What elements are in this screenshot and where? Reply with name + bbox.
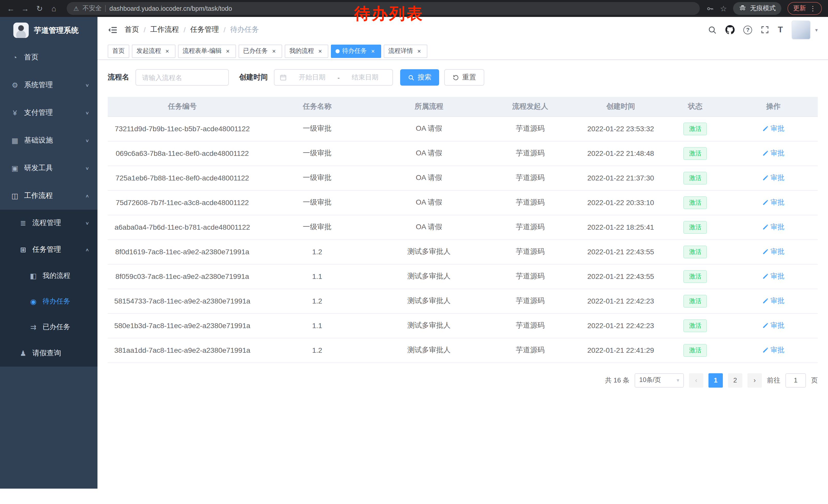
cell-process: 测试多审批人 [378,239,481,264]
chevron-down-icon: ∨ [85,138,89,143]
date-start-placeholder: 开始日期 [290,73,334,82]
back-button[interactable]: ← [4,2,17,15]
sidebar-toggle-icon[interactable] [108,25,118,35]
home-button[interactable]: ⌂ [47,2,60,15]
tab[interactable]: 待办任务 × [331,44,381,58]
page-size-select[interactable]: 10条/页 ▾ [634,373,684,387]
sidebar-item-devtools[interactable]: ▣ 研发工具 ∨ [0,154,97,182]
edit-icon [762,273,769,279]
cell-status: 激活 [662,215,729,239]
cell-task-name: 1.2 [257,289,378,313]
tab[interactable]: 流程表单-编辑 × [178,44,236,58]
date-range-picker[interactable]: 开始日期 - 结束日期 [274,69,393,86]
tab[interactable]: 首页 [108,44,129,58]
cell-created-time: 2022-01-22 21:37:30 [580,166,662,190]
approve-link[interactable]: 审批 [762,272,784,281]
tab[interactable]: 我的流程 × [285,44,328,58]
menu-label: 支付管理 [24,108,53,118]
tab-close-icon[interactable]: × [416,47,423,55]
cell-created-time: 2022-01-22 20:33:10 [580,190,662,215]
sidebar-item-done-task[interactable]: ⇉ 已办任务 [0,314,97,340]
key-icon[interactable] [706,4,714,12]
caret-down-icon: ▾ [677,377,679,383]
header-actions: ? T ▾ [708,20,818,39]
cell-initiator: 芋道源码 [481,313,580,338]
tab-close-icon[interactable]: × [224,47,232,55]
approve-link[interactable]: 审批 [762,247,784,256]
tab[interactable]: 流程详情 × [384,44,427,58]
prev-page-button[interactable]: ‹ [689,373,703,387]
font-size-icon[interactable]: T [778,25,783,34]
security-label: 不安全 [83,4,102,13]
approve-link[interactable]: 审批 [762,198,784,207]
page-button[interactable]: 2 [728,373,742,387]
sidebar-item-system[interactable]: ⚙ 系统管理 ∨ [0,71,97,99]
sidebar-item-home[interactable]: ◔ 首页 [0,44,97,71]
tab-close-icon[interactable]: × [369,47,377,55]
process-name-input[interactable] [135,69,229,86]
sidebar-item-todo-task[interactable]: ◉ 待办任务 [0,289,97,314]
breadcrumb-item-task-mgmt[interactable]: 任务管理 [190,25,219,34]
page-size-value: 10条/页 [639,376,661,384]
cell-status: 激活 [662,313,729,338]
next-page-button[interactable]: › [747,373,762,387]
sidebar-item-process-mgmt[interactable]: ≣ 流程管理 ∨ [0,210,97,236]
search-icon[interactable] [708,26,717,34]
page-button[interactable]: 1 [708,373,723,387]
column-header: 创建时间 [580,97,662,117]
star-icon[interactable]: ☆ [720,4,727,13]
breadcrumb-item-workflow[interactable]: 工作流程 [150,25,179,34]
cell-task-id: 8f059c03-7ac8-11ec-a9e2-a2380e71991a [108,264,257,289]
omnibox-divider [106,5,106,12]
sidebar-item-my-process[interactable]: ◧ 我的流程 [0,263,97,289]
approve-link-label: 审批 [771,346,784,355]
status-badge: 激活 [683,294,707,307]
infra-icon: ▦ [10,136,19,145]
tab-close-icon[interactable]: × [271,47,278,55]
approve-link[interactable]: 审批 [762,346,784,355]
approve-link[interactable]: 审批 [762,321,784,330]
cell-initiator: 芋道源码 [481,190,580,215]
sidebar-item-workflow[interactable]: ◫ 工作流程 ∧ [0,182,97,210]
breadcrumb-item-home[interactable]: 首页 [125,25,139,34]
tab[interactable]: 发起流程 × [132,44,175,58]
approve-link[interactable]: 审批 [762,296,784,306]
tab-close-icon[interactable]: × [317,47,324,55]
github-icon[interactable] [726,25,735,34]
reload-button[interactable]: ↻ [33,2,46,15]
cell-action: 审批 [729,166,818,190]
chevron-down-icon: ∨ [85,166,89,171]
sidebar-item-task-mgmt[interactable]: ⊞ 任务管理 ∧ [0,236,97,263]
chevron-up-icon: ∧ [85,193,89,198]
goto-page-input[interactable] [785,373,806,387]
status-badge: 激活 [683,196,707,209]
search-button[interactable]: 搜索 [400,69,439,86]
approve-link[interactable]: 审批 [762,124,784,133]
cell-initiator: 芋道源码 [481,117,580,141]
more-menu-icon[interactable]: ⋮ [810,5,816,12]
tab-close-icon[interactable]: × [164,47,171,55]
approve-link[interactable]: 审批 [762,149,784,158]
sidebar-item-payment[interactable]: ¥ 支付管理 ∨ [0,99,97,127]
forward-button[interactable]: → [18,2,32,15]
tab[interactable]: 已办任务 × [239,44,282,58]
avatar[interactable] [792,20,811,39]
sidebar-item-leave-query[interactable]: ♟ 请假查询 [0,340,97,367]
caret-down-icon[interactable]: ▾ [815,27,818,33]
chat-icon: ◧ [29,272,38,280]
process-name-label: 流程名 [108,73,129,82]
cell-process: OA 请假 [378,166,481,190]
cell-action: 审批 [729,215,818,239]
approve-link[interactable]: 审批 [762,173,784,183]
reset-button[interactable]: 重置 [444,69,484,86]
table-body: 73211d9d-7b9b-11ec-b5b7-acde48001122 一级审… [108,117,818,363]
cell-created-time: 2022-01-21 22:43:55 [580,264,662,289]
edit-icon [762,175,769,181]
tab-label: 流程详情 [388,47,413,55]
update-chip[interactable]: 更新 ⋮ [787,2,822,15]
approve-link[interactable]: 审批 [762,223,784,232]
sidebar-item-infra[interactable]: ▦ 基础设施 ∨ [0,127,97,154]
fullscreen-icon[interactable] [761,26,769,34]
cell-action: 审批 [729,289,818,313]
help-icon[interactable]: ? [743,26,752,34]
